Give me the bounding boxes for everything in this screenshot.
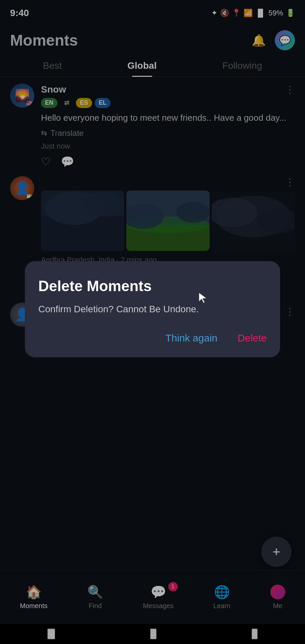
think-again-button[interactable]: Think again xyxy=(165,332,217,344)
dialog-message: Confirm Deletion? Cannot Be Undone. xyxy=(38,303,267,316)
delete-button[interactable]: Delete xyxy=(237,332,267,344)
dialog-title: Delete Moments xyxy=(38,278,267,294)
delete-dialog: Delete Moments Confirm Deletion? Cannot … xyxy=(25,261,280,357)
dialog-actions: Think again Delete xyxy=(38,332,267,344)
